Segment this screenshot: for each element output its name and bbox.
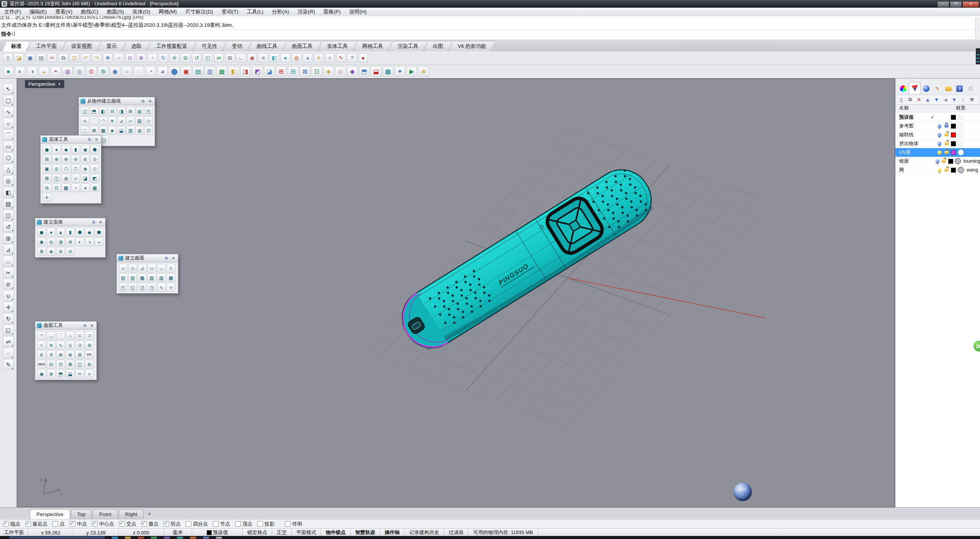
layer-manager-icon[interactable]: ≡ [258,53,268,63]
status-pane[interactable]: 平面模式 [292,529,321,536]
menu-item[interactable]: 尺寸标注(D) [181,8,217,16]
display-toolbar-icon[interactable]: ● [3,66,13,77]
palette-tool-icon[interactable]: ▨ [136,116,144,125]
revolve-icon[interactable]: ↺ [3,221,14,232]
copy-layer-icon[interactable]: ⧉ [906,96,915,103]
palette-tool-icon[interactable]: ⊞ [126,107,135,116]
osnap-节点[interactable]: 节点 [213,521,230,528]
menu-item[interactable]: 渲染(R) [293,8,319,16]
palette-tool-icon[interactable]: ◫ [81,107,89,116]
toolbar-tab[interactable]: 显示 [98,41,126,51]
palette-tool-icon[interactable]: ◎ [52,164,61,173]
palette-tool-icon[interactable]: ⊅ [47,350,56,359]
rotate-view-icon[interactable]: ↻ [158,53,168,63]
layer-color-swatch[interactable] [951,150,956,155]
palette-tool-icon[interactable]: ⊿ [138,264,147,273]
palette-tool-icon[interactable]: ⊘ [81,155,90,163]
palette-tool-icon[interactable]: ⧉ [85,360,94,369]
palette-tool-icon[interactable]: ∿ [157,283,166,292]
toolbar-tab[interactable]: 渲染工具 [389,41,427,51]
palette-tool-icon[interactable]: ◪ [81,174,90,183]
toolbar-tab[interactable]: 曲面工具 [283,41,322,51]
palette-tool-icon[interactable]: ◑ [85,237,94,246]
palette-tool-icon[interactable]: ⋓ [66,350,75,359]
palette-tool-icon[interactable]: ⊙ [90,155,99,163]
palette-tool-icon[interactable]: ◱ [128,283,137,292]
osnap-垂点[interactable]: 垂点 [141,521,158,528]
delete-layer-icon[interactable]: ✕ [915,96,923,103]
display-toolbar-icon[interactable]: ⊙ [86,66,96,77]
move-icon[interactable]: ✛ [170,53,179,63]
palette-tool-icon[interactable]: ◼ [42,145,51,154]
zoom-selected-icon[interactable]: ◔ [147,53,157,63]
rotate-tool-icon[interactable]: ↻ [3,313,14,324]
palette-gear-icon[interactable]: ⚙ [87,137,93,142]
menu-item[interactable]: 面板(P) [319,8,345,16]
palette-tool-icon[interactable]: ∿ [56,341,65,350]
palette-tool-icon[interactable]: ◼ [37,228,46,237]
layer-name[interactable]: 挤出物体 [895,140,931,147]
palette-tool-icon[interactable]: ◩ [90,174,99,183]
palette-tool-icon[interactable]: ◈ [108,126,116,135]
palette-tool-icon[interactable]: ▥ [126,126,135,135]
toolbar-tab[interactable]: 实体工具 [318,41,357,51]
palette-tool-icon[interactable]: ◔ [71,183,80,192]
palette-tool-icon[interactable]: ⬓ [66,369,75,378]
add-viewport-tab-button[interactable]: ✛ [144,510,154,519]
status-pane[interactable]: 可用的物理内存: 11935 MB [469,529,538,536]
osnap-切点[interactable]: 切点 [163,521,181,528]
display-toolbar-icon[interactable]: ⊟ [288,66,298,77]
layer-name[interactable]: 辅助线 [895,132,931,138]
extrude-icon[interactable]: ◫ [3,210,14,220]
display-toolbar-icon[interactable]: ▥ [205,66,215,77]
palette-tool-icon[interactable]: ⊃ [85,331,94,340]
layer-row[interactable]: 挤出物体 [895,139,980,148]
menu-item[interactable]: 分析(A) [268,8,293,16]
cut-icon[interactable]: ✂ [47,53,57,63]
command-prompt[interactable]: 指令: [0,29,980,38]
palette-tool-icon[interactable]: ◈ [81,164,90,173]
palette-tool-icon[interactable]: ▱ [71,174,80,183]
palette-tool-icon[interactable]: ● [52,145,61,154]
taskbar-icon[interactable] [216,537,222,539]
palette-tool-icon[interactable]: ▩ [167,273,175,282]
close-button[interactable]: ✕ [962,1,979,8]
toolbar-tab[interactable]: 可见性 [193,41,226,51]
filter-layers-icon[interactable]: ▼ [950,96,959,103]
layer-lock-icon[interactable] [942,160,946,163]
palette-tool-icon[interactable]: ◰ [144,107,153,116]
palette-tool-icon[interactable]: ◈ [47,247,56,256]
palette-tool-icon[interactable]: ▤ [119,273,127,282]
display-toolbar-icon[interactable]: ⊚ [98,66,108,77]
minimize-button[interactable]: ─ [937,1,949,8]
viewport-tab-top[interactable]: Top [71,509,92,519]
palette-tool-icon[interactable]: ⊡ [52,183,61,192]
palette-tool-icon[interactable]: ▧ [147,273,156,282]
pan-view-icon[interactable]: ✥ [103,53,113,63]
palette-tool-icon[interactable]: ⬒ [56,369,65,378]
osnap-交点[interactable]: 交点 [119,521,136,528]
display-toolbar-icon[interactable]: ◨ [240,66,251,77]
split-icon[interactable]: ⊘ [3,279,14,289]
display-toolbar-icon[interactable]: ▶ [407,66,417,77]
menu-item[interactable]: 说明(H) [345,8,371,16]
move-tool-icon[interactable]: ✛ [3,302,14,312]
palette-tool-icon[interactable]: ◰ [119,283,127,292]
display-toolbar-icon[interactable]: ◧ [229,66,239,77]
command-history[interactable]: 正在…的文件 iZfa6166da817d6za0515051726688761… [0,16,980,40]
rotate-icon[interactable]: ↺ [192,53,201,63]
palette-tool-icon[interactable]: ⬒ [90,107,98,116]
palette-tool-icon[interactable]: ⊕ [47,369,56,378]
ortho-icon[interactable]: ∟ [236,53,246,63]
palette-tool-icon[interactable]: ▣ [42,164,51,173]
palette-gear-icon[interactable]: ⚙ [163,255,170,261]
palette-tool-icon[interactable]: ⊟ [108,107,116,116]
display-toolbar-icon[interactable]: ○ [122,66,132,77]
help-icon[interactable]: ? [347,53,357,63]
status-units[interactable]: 毫米 [164,529,192,536]
palette-tool-icon[interactable]: ⊚ [66,237,75,246]
zoom-window-icon[interactable]: ⊙ [125,53,135,63]
layer-visibility-bulb-icon[interactable] [938,150,941,155]
palette-close-icon[interactable]: ✕ [98,219,104,225]
palette-tool-icon[interactable]: ⬟ [90,145,99,154]
